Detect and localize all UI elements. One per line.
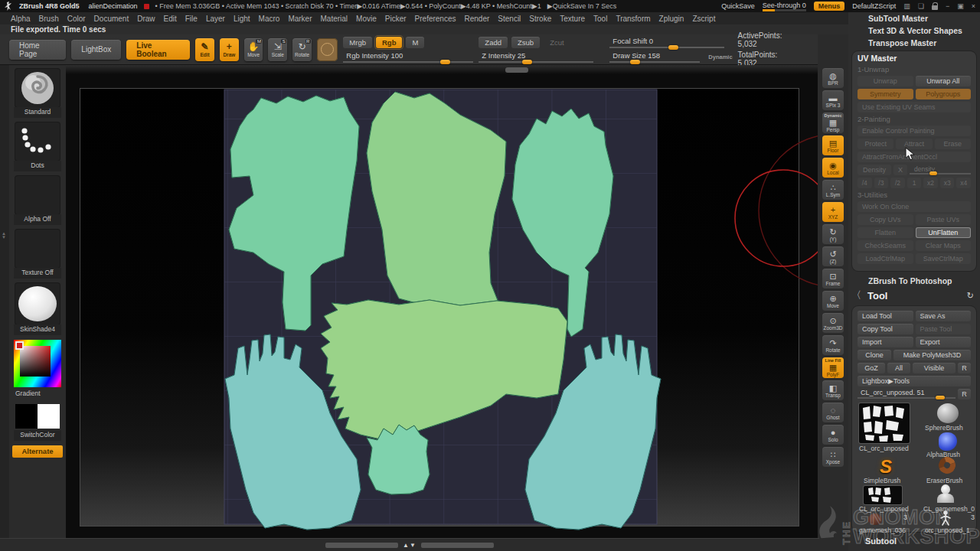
goz-button[interactable]: GoZ — [858, 363, 885, 373]
menu-item[interactable]: Tool — [593, 15, 607, 23]
unflatten-button[interactable]: UnFlatten — [916, 227, 972, 238]
rightshelf-button[interactable]: ∴ L.Sym — [822, 180, 844, 200]
density-divisor-button[interactable]: x2 — [923, 178, 938, 188]
menu-item[interactable]: File — [185, 15, 198, 23]
rightshelf-button[interactable]: ▤ Floor — [822, 135, 844, 155]
plugin-menu-item[interactable]: Text 3D & Vector Shapes — [848, 24, 980, 37]
simplebrush-thumbnail[interactable]: S — [874, 457, 897, 477]
rgb-intensity-slider[interactable]: Rgb Intensity 100 — [343, 51, 473, 63]
menu-item[interactable]: Macro — [259, 15, 280, 23]
focal-shift-slider[interactable]: Focal Shift 0 — [609, 37, 724, 48]
tool-slider-r-button[interactable]: R — [958, 389, 971, 399]
tool-palette-title[interactable]: Tool — [867, 290, 967, 302]
density-divisor-button[interactable]: /3 — [874, 178, 889, 188]
rightshelf-button[interactable]: ▬ SPix 3 — [822, 90, 844, 110]
current-brush-swatch[interactable] — [317, 38, 338, 61]
current-alpha-thumbnail[interactable] — [15, 176, 60, 214]
zbrush-to-photoshop-item[interactable]: ZBrush To Photoshop — [848, 273, 980, 287]
secondary-color-swatch[interactable] — [38, 404, 60, 429]
tablet-icon[interactable]: ▥ — [903, 2, 910, 10]
menu-item[interactable]: Preferences — [415, 15, 456, 23]
scale-button[interactable]: S ⇲ Scale — [268, 38, 287, 61]
polygroups-button[interactable]: Polygroups — [916, 89, 972, 99]
alphabrush-thumbnail[interactable] — [939, 432, 957, 451]
rightshelf-button[interactable]: ◧ Transp — [822, 380, 844, 400]
use-existing-uv-seams-button[interactable]: Use Existing UV Seams — [858, 102, 971, 112]
density-x-button[interactable]: X — [893, 165, 907, 175]
recent-tool-4-thumbnail[interactable] — [937, 510, 954, 526]
menu-item[interactable]: Alpha — [11, 15, 31, 23]
density-divisor-button[interactable]: /2 — [890, 178, 905, 188]
rotate-button[interactable]: R ↻ Rotate — [292, 38, 312, 61]
current-stroke-thumbnail[interactable] — [15, 122, 60, 161]
tool-select-slider[interactable]: CL_orc_unposed. 51 — [858, 389, 956, 399]
export-button[interactable]: Export — [916, 337, 972, 347]
import-button[interactable]: Import — [858, 337, 913, 347]
tray-scroll-left[interactable] — [325, 543, 398, 548]
restore-icon[interactable]: ▣ — [957, 2, 964, 10]
loadctrlmap-button[interactable]: LoadCtrlMap — [858, 253, 913, 264]
save-as-button[interactable]: Save As — [916, 311, 972, 321]
panels-icon[interactable]: ❏ — [918, 2, 924, 10]
erase-button[interactable]: Erase — [935, 139, 971, 149]
copy-uvs-button[interactable]: Copy UVs — [858, 214, 913, 225]
spherebrush-thumbnail[interactable] — [937, 403, 959, 423]
density-divisor-button[interactable]: x4 — [956, 178, 971, 188]
color-picker[interactable] — [14, 340, 61, 387]
goz-r-button[interactable]: R — [958, 363, 971, 373]
rightshelf-button[interactable]: ◌ Ghost — [822, 403, 844, 422]
menu-item[interactable]: Light — [234, 15, 250, 23]
lightbox-tools-button[interactable]: Lightbox▶Tools — [858, 376, 971, 386]
switch-color-swatches[interactable] — [15, 404, 60, 429]
rgb-toggle[interactable]: Rgb — [376, 37, 402, 48]
rightshelf-button[interactable]: ⊕ Move — [822, 291, 844, 311]
rightshelf-button[interactable]: ⊙ Zoom3D — [822, 313, 844, 333]
see-through-slider[interactable]: See-through 0 — [763, 2, 806, 11]
checkseams-button[interactable]: CheckSeams — [858, 240, 913, 251]
viewport-canvas[interactable] — [66, 65, 818, 538]
flatten-button[interactable]: Flatten — [858, 227, 913, 238]
density-slider[interactable]: density. — [910, 165, 971, 174]
rightshelf-button[interactable]: Dynamic ▦ Persp — [822, 112, 844, 133]
rightshelf-button[interactable]: + XYZ — [822, 202, 844, 222]
menu-item[interactable]: Picker — [385, 15, 407, 23]
refresh-icon[interactable]: ↻ — [967, 291, 974, 301]
z-intensity-slider[interactable]: Z Intensity 25 — [479, 51, 593, 63]
zsub-toggle[interactable]: Zsub — [511, 37, 540, 48]
mrgb-toggle[interactable]: Mrgb — [343, 37, 372, 48]
menu-item[interactable]: Zscript — [692, 15, 715, 23]
current-brush-thumbnail[interactable] — [15, 69, 60, 107]
density-divisor-button[interactable]: /4 — [858, 178, 872, 188]
menu-item[interactable]: Marker — [288, 15, 312, 23]
draw-size-slider[interactable]: Draw Size 158 — [609, 51, 700, 63]
recent-tool-1-thumbnail[interactable] — [864, 486, 902, 504]
load-tool-button[interactable]: Load Tool — [858, 311, 913, 321]
recent-tool-2-thumbnail[interactable] — [934, 484, 957, 504]
menu-item[interactable]: Movie — [356, 15, 377, 23]
edit-button[interactable]: ✎ Edit — [195, 38, 214, 61]
rightshelf-button[interactable]: ∷ Xpose — [822, 447, 844, 467]
copy-tool-button[interactable]: Copy Tool — [858, 324, 913, 334]
plugin-menu-item[interactable]: Transpose Master — [848, 37, 980, 49]
move-button[interactable]: M ✋ Move — [244, 38, 263, 61]
tray-scroll-right[interactable] — [421, 543, 494, 548]
goz-visible-button[interactable]: Visible — [913, 363, 956, 373]
menu-item[interactable]: Layer — [206, 15, 225, 23]
protect-button[interactable]: Protect — [858, 139, 893, 149]
density-divisor-button[interactable]: x3 — [940, 178, 955, 188]
zadd-toggle[interactable]: Zadd — [479, 37, 508, 48]
menu-item[interactable]: Document — [94, 15, 129, 23]
density-divisor-button[interactable]: 1 — [907, 178, 922, 188]
rightshelf-button[interactable]: ↻ (Y) — [822, 224, 844, 244]
paste-tool-button[interactable]: Paste Tool — [916, 324, 972, 334]
minimize-icon[interactable]: − — [946, 2, 949, 10]
panel-collapse-icon[interactable]: 〈 — [851, 289, 861, 302]
recent-tool-3-thumbnail[interactable] — [868, 514, 884, 526]
tray-toggle-arrows-icon[interactable]: ▲▼ — [403, 542, 416, 549]
menu-item[interactable]: Stencil — [498, 15, 521, 23]
lightbox-button[interactable]: LightBox — [71, 40, 121, 60]
menu-item[interactable]: Texture — [560, 15, 585, 23]
menu-item[interactable]: Brush — [39, 15, 59, 23]
alternate-button[interactable]: Alternate — [12, 445, 63, 458]
rightshelf-button[interactable]: Line Fill ▦ PolyF — [822, 357, 844, 378]
